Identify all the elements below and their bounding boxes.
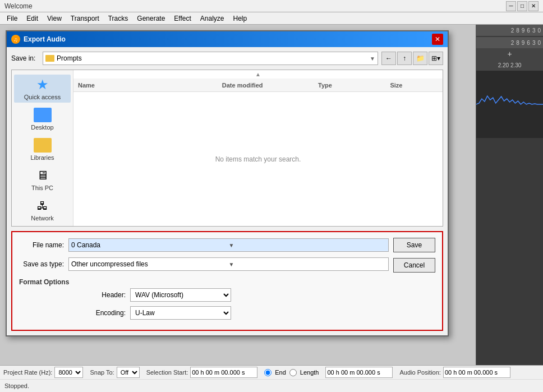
menu-file[interactable]: File — [2, 13, 22, 24]
new-folder-button[interactable]: 📁 — [413, 52, 427, 65]
nav-up-button[interactable]: ↑ — [397, 52, 412, 65]
audio-position-label: Audio Position: — [399, 369, 440, 376]
menu-bar: File Edit View Transport Tracks Generate… — [0, 12, 543, 25]
project-rate-field: Project Rate (Hz): 8000 — [3, 367, 83, 378]
sidebar-item-network[interactable]: 🖧 Network — [14, 196, 71, 224]
app-body: 2 8 9 6 3 0 2 8 9 6 3 0 + 2.20 2.30 — [0, 25, 543, 365]
menu-effect[interactable]: Effect — [169, 13, 195, 24]
nav-back-button[interactable]: ← — [381, 52, 396, 65]
snap-to-label: Snap To: — [90, 369, 114, 376]
status-row-bottom: Stopped. — [0, 380, 543, 392]
dialog-titlebar: ♫ Export Audio ✕ — [7, 31, 448, 47]
close-button[interactable]: ✕ — [528, 1, 539, 11]
menu-generate[interactable]: Generate — [132, 13, 169, 24]
toolbar-buttons: ← ↑ 📁 ⊞▾ — [381, 52, 443, 65]
save-as-type-dropdown[interactable]: Other uncompressed files ▼ — [68, 257, 389, 271]
file-name-dropdown-arrow[interactable]: ▼ — [229, 242, 386, 248]
maximize-button[interactable]: □ — [517, 1, 527, 11]
length-radio[interactable] — [289, 369, 297, 376]
sidebar-item-desktop[interactable]: Desktop — [14, 105, 71, 133]
save-in-dropdown[interactable]: Prompts ▼ — [43, 52, 378, 65]
menu-view[interactable]: View — [43, 13, 66, 24]
menu-help[interactable]: Help — [229, 13, 252, 24]
save-in-row: Save in: Prompts ▼ ← ↑ 📁 ⊞▾ — [11, 52, 443, 65]
selection-end-field — [325, 367, 393, 378]
sidebar-item-this-pc[interactable]: 🖥 This PC — [14, 165, 71, 193]
length-radio-label: Length — [300, 369, 319, 376]
folder-icon — [45, 55, 54, 62]
project-rate-label: Project Rate (Hz): — [3, 369, 52, 376]
file-browser: ★ Quick access Desktop — [11, 70, 443, 227]
stopped-label: Stopped. — [4, 382, 29, 389]
title-bar: Welcome ─ □ ✕ — [0, 0, 543, 12]
encoding-label: Encoding: — [86, 309, 126, 317]
end-radio[interactable] — [264, 369, 272, 376]
sidebar-item-libraries[interactable]: Libraries — [14, 135, 71, 163]
app-title: Welcome — [4, 2, 33, 10]
save-button[interactable]: Save — [393, 238, 435, 252]
cancel-button[interactable]: Cancel — [393, 258, 435, 273]
end-length-radio-group: End Length — [264, 369, 319, 376]
audio-position-field: Audio Position: — [399, 367, 510, 378]
menu-tracks[interactable]: Tracks — [104, 13, 133, 24]
col-header-type: Type — [318, 82, 390, 89]
menu-edit[interactable]: Edit — [22, 13, 43, 24]
network-icon: 🖧 — [34, 198, 52, 214]
status-row-top: Project Rate (Hz): 8000 Snap To: Off Sel… — [0, 366, 543, 380]
file-name-row: File name: 0 Canada ▼ Save — [19, 238, 435, 252]
menu-analyze[interactable]: Analyze — [196, 13, 229, 24]
ruler-top: 2 8 9 6 3 0 — [476, 25, 543, 36]
sidebar-label-libraries: Libraries — [30, 154, 54, 161]
file-name-label: File name: — [19, 241, 64, 249]
end-radio-label: End — [275, 369, 286, 376]
status-bar: Project Rate (Hz): 8000 Snap To: Off Sel… — [0, 365, 543, 392]
dialog-icon: ♫ — [11, 35, 20, 44]
header-select[interactable]: WAV (Microsoft) — [131, 289, 231, 301]
scroll-up[interactable]: ▲ — [73, 70, 443, 79]
selection-start-input[interactable] — [190, 367, 257, 378]
dropdown-arrow-icon: ▼ — [370, 56, 375, 62]
selection-end-input[interactable] — [325, 367, 393, 378]
header-row: Header: WAV (Microsoft) — [19, 288, 435, 302]
sidebar-label-quick-access: Quick access — [24, 94, 61, 100]
file-list-empty: No items match your search. — [73, 92, 443, 226]
ruler-mid: 2 8 9 6 3 0 — [476, 37, 543, 48]
sidebar-label-this-pc: This PC — [31, 185, 53, 191]
desktop-icon — [34, 107, 52, 123]
dialog-body: Save in: Prompts ▼ ← ↑ 📁 ⊞▾ — [7, 47, 448, 335]
libraries-icon — [34, 137, 52, 153]
encoding-row: Encoding: U-Law — [19, 306, 435, 320]
format-options-label: Format Options — [19, 278, 69, 286]
file-name-wrapper: 0 Canada ▼ — [68, 238, 389, 252]
encoding-select[interactable]: U-Law — [131, 307, 231, 319]
save-as-type-arrow: ▼ — [229, 261, 386, 268]
sidebar-item-quick-access[interactable]: ★ Quick access — [14, 75, 71, 103]
quick-access-icon: ★ — [34, 77, 52, 93]
encoding-select-wrapper: U-Law — [130, 306, 231, 320]
waveform-panel: 2 8 9 6 3 0 2 8 9 6 3 0 + 2.20 2.30 — [476, 25, 543, 365]
save-as-type-row: Save as type: Other uncompressed files ▼… — [19, 256, 435, 273]
dialog-close-button[interactable]: ✕ — [432, 34, 443, 45]
this-pc-icon: 🖥 — [34, 168, 52, 183]
save-in-label: Save in: — [11, 54, 39, 62]
waveform-display — [476, 71, 543, 138]
window-controls: ─ □ ✕ — [506, 1, 539, 11]
save-as-type-value: Other uncompressed files — [71, 260, 229, 268]
project-rate-select[interactable]: 8000 — [54, 367, 83, 378]
snap-to-field: Snap To: Off — [90, 367, 139, 378]
menu-transport[interactable]: Transport — [66, 13, 104, 24]
format-options-section: Format Options — [19, 276, 435, 288]
selection-start-field: Selection Start: — [146, 367, 258, 378]
empty-message: No items match your search. — [215, 155, 301, 163]
save-as-type-label: Save as type: — [19, 260, 64, 268]
minimize-button[interactable]: ─ — [506, 1, 516, 11]
view-options-button[interactable]: ⊞▾ — [429, 52, 443, 65]
sidebar-label-desktop: Desktop — [31, 124, 53, 131]
sidebar-label-network: Network — [31, 215, 53, 222]
file-name-input[interactable]: 0 Canada ▼ — [68, 238, 389, 252]
file-name-value: 0 Canada — [71, 241, 229, 249]
snap-to-select[interactable]: Off — [117, 367, 140, 378]
folder-name: Prompts — [57, 54, 370, 62]
plus-button[interactable]: + — [476, 48, 543, 59]
audio-position-input[interactable] — [443, 367, 510, 378]
